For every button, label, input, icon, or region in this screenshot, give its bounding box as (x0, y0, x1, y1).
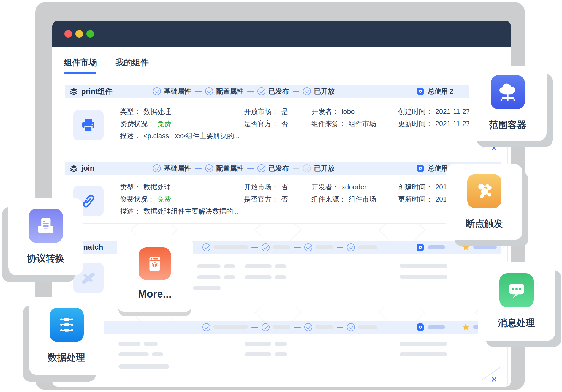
skeleton-pill (275, 352, 287, 356)
card-stats-skeleton (417, 241, 497, 254)
field-col-2: 开放市场：否 是否官方：否 (244, 181, 288, 205)
eye-icon (417, 165, 424, 172)
active-tab-indicator (64, 72, 96, 74)
floating-card-more[interactable]: More... (117, 235, 193, 312)
check-icon (153, 164, 161, 172)
cloud-server-icon (491, 75, 525, 109)
card-body-join[interactable]: 类型：数据处理 资费状况：免费 描述：数据处理组件主要解决数据的... 开放市场… (65, 175, 501, 224)
card-header-join[interactable]: join 基础属性 配置属性 已发布 已开放 总使用 6 总评 (65, 162, 501, 175)
floating-card-protocol-conversion[interactable]: 协议转换 (8, 198, 83, 275)
inbox-document-icon (29, 209, 63, 243)
floating-card-label: 协议转换 (27, 252, 64, 265)
skeleton-pill (275, 264, 286, 268)
step-published: 已发布 (257, 87, 289, 96)
check-icon (205, 164, 213, 172)
skeleton-pill (245, 342, 271, 346)
floating-card-message-processing[interactable]: 消息处理 (478, 262, 555, 341)
fee-value: 免费 (157, 119, 171, 128)
step-connector (293, 91, 299, 92)
skeleton-pill (358, 325, 377, 329)
step-skeleton (262, 243, 290, 251)
step-skeleton (304, 243, 333, 251)
field-col-3: 开发者：xdooder 组件来源：组件市场 (311, 181, 376, 205)
network-nodes-icon (467, 174, 501, 208)
step-connector (251, 327, 258, 328)
traffic-light-minimize[interactable] (75, 30, 83, 38)
card-header-print[interactable]: print组件 基础属性 配置属性 已发布 已开放 总使用 2 总评 (65, 85, 501, 98)
step-skeleton (262, 323, 290, 331)
desc-value: <p.class= xx>组件主要解决的... (143, 131, 240, 140)
skeleton-pill (245, 264, 272, 268)
floating-card-breakpoint-trigger[interactable]: 断点触发 (446, 164, 522, 240)
skeleton-pill (315, 245, 333, 249)
card-steps: 基础属性 配置属性 已发布 已开放 (153, 162, 335, 175)
skeleton-pill (428, 325, 445, 329)
traffic-light-close[interactable] (64, 30, 72, 38)
card-steps-skeleton (202, 321, 377, 334)
eye-icon (417, 323, 424, 331)
skeleton-pill (245, 352, 271, 356)
screenshot-stage: 组件市场 我的组件 print组件 基础属性 (0, 0, 562, 392)
step-connector (337, 327, 343, 328)
chat-bubble-icon (499, 273, 534, 307)
skeleton-pill (213, 245, 248, 249)
step-basic: 基础属性 (153, 87, 191, 96)
step-connector (195, 168, 202, 169)
skeleton-pill (193, 286, 221, 290)
step-connector (247, 91, 254, 92)
star-icon (462, 324, 469, 331)
step-basic: 基础属性 (153, 164, 191, 173)
close-icon[interactable] (491, 376, 497, 382)
skeleton-pill (224, 275, 235, 279)
skeleton-pill (197, 264, 221, 268)
card-header-skeleton[interactable] (65, 321, 501, 334)
card-title-text: match (81, 243, 103, 252)
eye-icon (417, 88, 424, 95)
field-col-2: 开放市场：是 是否官方：否 (244, 105, 288, 130)
skeleton-pill (400, 352, 447, 356)
star-icon (462, 244, 469, 251)
check-icon (262, 323, 270, 331)
check-icon (205, 87, 213, 95)
card-body-print[interactable]: 类型：数据处理 资费状况：免费 描述：<p.class= xx>组件主要解决的.… (65, 98, 501, 150)
skeleton-pill (400, 264, 447, 268)
check-icon (262, 243, 270, 251)
skeleton-pill (118, 352, 149, 356)
app-window: 组件市场 我的组件 print组件 基础属性 (52, 21, 511, 387)
skeleton-pill (400, 342, 447, 346)
skeleton-pill (273, 325, 290, 329)
card-title-join: join (70, 162, 94, 175)
skeleton-pill (400, 275, 447, 279)
printer-icon (80, 117, 97, 134)
card-body-skeleton[interactable] (65, 334, 501, 376)
field-col-1: 类型：数据处理 资费状况：免费 描述：<p.class= xx>组件主要解决的.… (120, 105, 240, 142)
check-icon (347, 323, 355, 331)
check-icon (153, 87, 161, 95)
skeleton-pill (315, 325, 333, 329)
floating-card-label: 数据处理 (48, 351, 85, 364)
eye-icon (417, 244, 424, 251)
floating-card-data-processing[interactable]: 数据处理 (29, 297, 104, 375)
browser-box-icon (139, 247, 171, 280)
tab-my-components[interactable]: 我的组件 (116, 57, 149, 68)
close-icon[interactable] (491, 145, 497, 151)
ruler-pen-icon (80, 269, 97, 286)
traffic-light-zoom[interactable] (86, 30, 94, 38)
check-icon (303, 164, 311, 172)
step-config: 配置属性 (205, 87, 244, 96)
floating-card-label: 消息处理 (498, 317, 535, 330)
card-steps: 基础属性 配置属性 已发布 已开放 (153, 85, 335, 98)
skeleton-pill (144, 342, 158, 346)
step-connector (294, 247, 301, 248)
skeleton-pill (118, 364, 169, 369)
step-skeleton (202, 243, 248, 251)
step-connector (337, 247, 343, 248)
floating-card-scope-container[interactable]: 范围容器 (469, 66, 547, 141)
tab-component-market[interactable]: 组件市场 (64, 57, 97, 68)
skeleton-pill (224, 264, 235, 268)
step-open: 已开放 (303, 87, 335, 96)
skeleton-pill (245, 275, 272, 279)
step-skeleton (202, 323, 248, 331)
check-icon (257, 164, 265, 172)
step-connector (247, 168, 254, 169)
